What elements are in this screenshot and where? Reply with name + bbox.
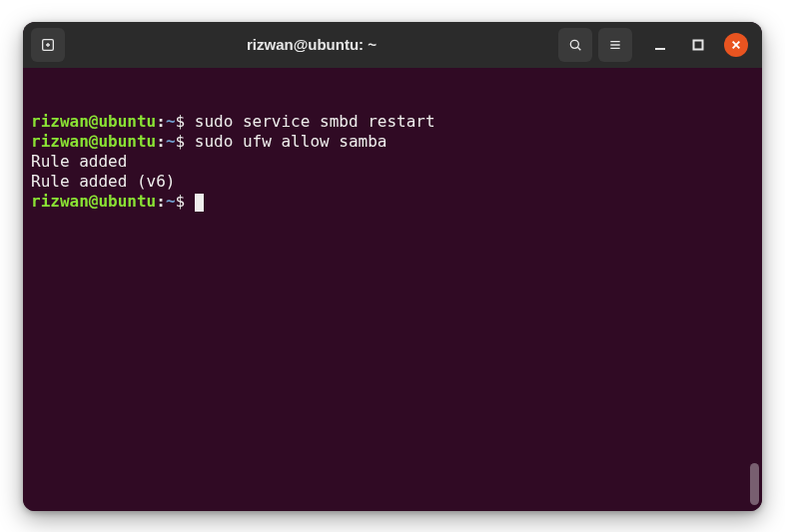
prompt-colon: : [156,192,166,211]
output-text: Rule added [31,152,754,172]
terminal-line: rizwan@ubuntu:~$ sudo ufw allow samba [31,132,754,152]
search-button[interactable] [558,28,592,62]
close-icon [731,40,741,50]
prompt-path: ~ [166,192,176,211]
terminal-line: rizwan@ubuntu:~$ sudo service smbd resta… [31,112,754,132]
prompt-symbol: $ [176,132,195,151]
minimize-button[interactable] [648,33,672,57]
menu-button[interactable] [598,28,632,62]
command-text: sudo ufw allow samba [195,132,388,151]
terminal-body[interactable]: rizwan@ubuntu:~$ sudo service smbd resta… [23,68,762,511]
prompt-userhost: rizwan@ubuntu [31,132,156,151]
output-text: Rule added (v6) [31,172,754,192]
prompt-userhost: rizwan@ubuntu [31,192,156,211]
prompt-symbol: $ [176,192,195,211]
prompt-path: ~ [166,132,176,151]
svg-point-3 [570,40,578,48]
svg-rect-9 [694,40,703,49]
titlebar: rizwan@ubuntu: ~ [23,22,762,68]
terminal-line: rizwan@ubuntu:~$ [31,192,754,212]
hamburger-icon [607,37,623,53]
prompt-colon: : [156,112,166,131]
new-tab-icon [40,37,56,53]
window-title: rizwan@ubuntu: ~ [71,36,552,53]
window-controls [648,33,748,57]
prompt-userhost: rizwan@ubuntu [31,112,156,131]
terminal-window: rizwan@ubuntu: ~ [23,22,762,511]
cursor [195,194,204,212]
new-tab-button[interactable] [31,28,65,62]
maximize-button[interactable] [686,33,710,57]
search-icon [567,37,583,53]
command-text: sudo service smbd restart [195,112,435,131]
close-button[interactable] [724,33,748,57]
maximize-icon [692,39,704,51]
prompt-colon: : [156,132,166,151]
scrollbar-thumb[interactable] [750,463,759,505]
svg-line-4 [577,47,580,50]
prompt-symbol: $ [176,112,195,131]
prompt-path: ~ [166,112,176,131]
minimize-icon [654,39,666,51]
